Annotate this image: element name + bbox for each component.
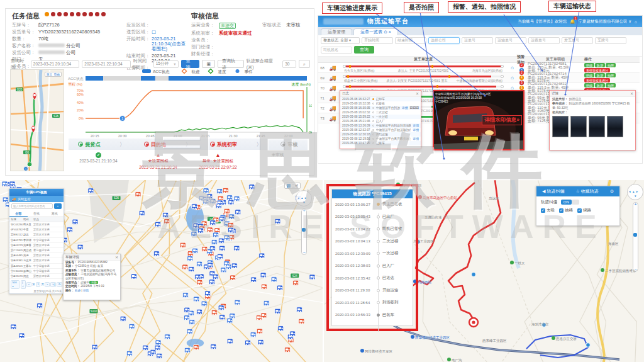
pan-compass[interactable] — [296, 190, 312, 206]
fleet-map[interactable]: G6G18G20S36S24G65G85S102 车辆GPS视图 🚚实时监控 输… — [0, 180, 323, 362]
vehicle-marker[interactable] — [235, 210, 241, 215]
vehicle-marker[interactable] — [197, 280, 203, 285]
save-track-button[interactable]: ☆ 收藏轨迹 — [576, 188, 599, 195]
vehicle-marker[interactable] — [196, 309, 202, 314]
company-dropdown[interactable]: 宁夏建材集团股份有限公司 ∨ — [578, 19, 631, 25]
vehicle-marker[interactable] — [208, 263, 213, 268]
checkbox-checked-icon[interactable]: ✓ — [559, 208, 564, 213]
vehicle-marker[interactable] — [129, 324, 135, 329]
log-row[interactable]: 2019-05-08 10:47:29已装车 — [340, 141, 421, 145]
filter-input[interactable]: 结束时间 — [395, 37, 426, 44]
vehicle-marker[interactable] — [180, 242, 186, 247]
op-button[interactable]: 轨迹 — [595, 73, 605, 77]
vehicle-marker[interactable] — [211, 310, 217, 315]
tab-inactive[interactable]: 运单管理 — [321, 28, 352, 35]
vehicle-marker[interactable] — [189, 319, 195, 324]
filter-input[interactable]: 司机姓名 — [321, 47, 352, 54]
photo-thumbnail[interactable] — [607, 116, 623, 137]
vehicle-marker[interactable] — [228, 200, 234, 205]
log-row[interactable]: 2019-05-08 16:02:32二次过磅 — [340, 110, 421, 115]
log-detail-link[interactable]: 详情 — [402, 106, 408, 110]
route-mini-map[interactable]: G20S36G61显示隐藏 — [10, 69, 64, 171]
vehicle-marker[interactable] — [296, 307, 302, 312]
pan-compass[interactable] — [627, 184, 643, 200]
tracking-timeline-item[interactable]: 2020-03-03 13:05:43已出厂 — [332, 211, 413, 223]
vehicle-marker[interactable] — [207, 194, 213, 199]
vehicle-marker[interactable] — [192, 248, 198, 253]
op-button[interactable]: 轨迹 — [595, 83, 605, 88]
query-track-button[interactable]: 查询轨迹 — [218, 60, 244, 68]
vehicle-marker[interactable] — [211, 344, 216, 349]
close-icon[interactable]: ✕ — [115, 255, 118, 259]
log-row[interactable]: 2019-05-08 16:30:35中储智运平台到达卸货地(乌海市乌达区)拍照… — [340, 106, 421, 110]
tracking-timeline-item[interactable]: 2020-03-03 11:29:30开始运输 — [332, 285, 413, 297]
workflow-step-3[interactable]: 系统初审 — [210, 141, 237, 148]
track-map[interactable]: 起装 中央森林公园乌海市乌达区中心血站乌达区五虎山街道乌达工业园区家景能源产业园… — [324, 180, 644, 362]
tracking-timeline-item[interactable]: 2020-03-03 12:35:42已送达 — [332, 272, 413, 285]
vehicle-marker[interactable] — [67, 227, 72, 232]
vehicle-list-item[interactable]: 宁A03279刘建喜蒙西水泥车辆 — [9, 243, 64, 248]
vehicle-marker[interactable] — [9, 181, 15, 186]
zoom-slider[interactable] — [633, 202, 638, 271]
vehicle-marker[interactable] — [92, 344, 97, 349]
vehicle-marker[interactable] — [196, 261, 202, 266]
vehicle-marker[interactable] — [218, 305, 224, 310]
vehicle-list-item[interactable]: 蒙C13605周立明赛马物流车辆 — [9, 248, 64, 253]
log-detail-link[interactable]: 详情 — [413, 137, 419, 141]
tracking-timeline-item[interactable]: 2020-03-03 13:04:22司机已签收 — [332, 223, 413, 235]
vehicle-marker[interactable] — [227, 318, 233, 323]
close-icon[interactable]: ✕ — [416, 91, 419, 96]
vehicle-marker[interactable] — [261, 284, 267, 289]
checkbox-checked-icon[interactable]: ✓ — [577, 208, 582, 213]
rectify-option[interactable]: ✓抽稀 — [559, 208, 573, 213]
alert-badge-red[interactable]: 3 — [519, 81, 524, 85]
log-row[interactable]: 2019-05-08 13:36:09中储智运平台到达卸货地附近(乌海市乌达区)… — [340, 123, 421, 128]
log-row[interactable]: 2019-05-08 12:19:56中储智运平台离开装货地(拍照确认)详情 — [340, 137, 421, 141]
log-row[interactable]: 2019-05-08 16:32:27已卸车 — [340, 97, 421, 101]
vehicle-marker[interactable] — [231, 263, 237, 268]
op-button[interactable]: 拍照 — [606, 73, 616, 77]
vehicle-marker[interactable] — [182, 293, 188, 298]
workflow-step-2[interactable]: 目的地 — [144, 141, 166, 148]
log-row[interactable]: 2019-05-08 16:32:08已签收 — [340, 101, 421, 106]
vehicle-marker[interactable] — [163, 212, 169, 217]
search-button[interactable]: 查询 — [354, 46, 374, 54]
vehicle-marker[interactable] — [217, 200, 223, 205]
alert-badge-red[interactable]: 2 — [519, 63, 524, 67]
vehicle-marker[interactable] — [234, 196, 240, 201]
vehicle-marker[interactable] — [191, 231, 197, 236]
vehicle-marker[interactable] — [245, 340, 251, 345]
op-button[interactable]: 拍照 — [606, 83, 616, 88]
tracking-timeline-item[interactable]: 2020-03-03 11:28:54到场签到 — [332, 297, 413, 309]
query-button[interactable]: 查询 — [181, 60, 200, 68]
vehicle-marker[interactable] — [213, 274, 218, 279]
minimap-toolbar-btn[interactable]: 显示 — [47, 73, 52, 76]
tracking-timeline-item[interactable]: 2020-03-03 13:04:13二次过磅 — [332, 235, 413, 248]
alert-badge-red[interactable]: 2 — [519, 71, 524, 75]
minimap-toolbar-btn[interactable]: 隐藏 — [54, 73, 60, 76]
vehicle-marker[interactable] — [218, 238, 224, 243]
rectify-toggle[interactable]: ON — [561, 200, 572, 205]
collapse-icon[interactable]: ⊖ — [610, 189, 614, 194]
photo-thumbnail[interactable] — [570, 116, 587, 137]
precision-search-icon[interactable]: ⌕ — [299, 60, 310, 68]
filter-input[interactable]: 选择公司 — [428, 37, 460, 44]
vehicle-list-item[interactable]: 宁A02791李祥祥中宁运输车辆 — [9, 238, 64, 243]
log-detail-link[interactable]: 详情 — [413, 123, 419, 128]
op-button[interactable]: 拍照 — [606, 63, 616, 67]
vehicle-marker[interactable] — [223, 188, 228, 193]
vehicle-marker[interactable] — [3, 197, 8, 202]
vehicle-marker[interactable] — [184, 307, 190, 312]
vehicle-marker[interactable] — [193, 345, 199, 350]
vehicle-marker[interactable] — [290, 331, 296, 336]
vehicle-marker[interactable] — [275, 308, 280, 314]
vehicle-marker[interactable] — [227, 195, 233, 200]
vehicle-list-item[interactable]: 伊V03792牛喜蒙西水泥车辆 — [9, 227, 64, 232]
tracking-timeline-item[interactable]: 2020-03-03 12:38:03已入厂 — [332, 260, 413, 273]
vehicle-marker[interactable] — [19, 333, 25, 338]
vehicle-marker[interactable] — [207, 227, 213, 232]
tracking-timeline-item[interactable]: 2020-03-03 12:39:09一次过磅 — [332, 247, 413, 260]
refresh-tag[interactable]: 刷新 — [89, 281, 98, 284]
interval-select[interactable]: 15分钟▾ — [153, 60, 179, 68]
alert-badge-orange[interactable]: 6 — [519, 86, 524, 90]
